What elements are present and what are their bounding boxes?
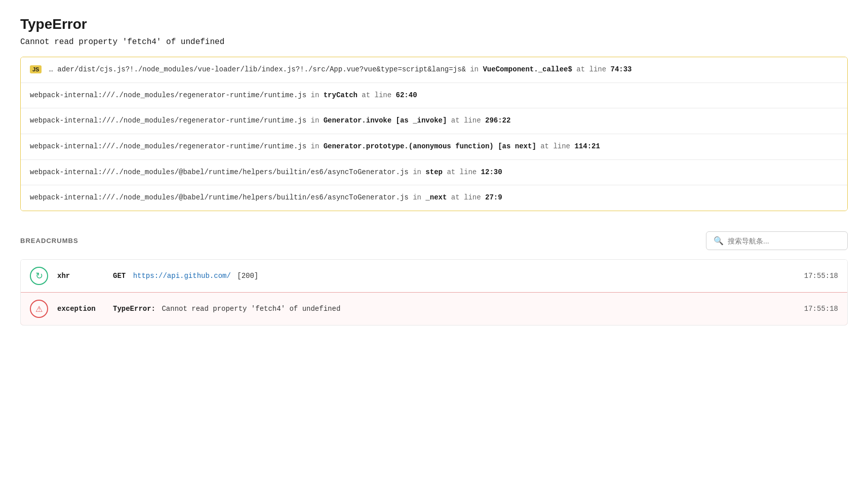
breadcrumb-url[interactable]: https://api.github.com/	[133, 272, 231, 280]
breadcrumbs-list: xhr GET https://api.github.com/ [200] 17…	[20, 259, 848, 326]
error-message: Cannot read property 'fetch4' of undefin…	[20, 37, 848, 47]
stack-frame-text: webpack-internal:///./node_modules/regen…	[30, 115, 838, 127]
stack-frame[interactable]: webpack-internal:///./node_modules/regen…	[21, 108, 847, 134]
xhr-refresh-icon	[30, 267, 48, 285]
stack-frame-text: webpack-internal:///./node_modules/regen…	[30, 90, 838, 101]
stack-frame-text: webpack-internal:///./node_modules/@babe…	[30, 192, 838, 204]
sync-icon	[35, 270, 43, 281]
stack-frame[interactable]: webpack-internal:///./node_modules/@babe…	[21, 160, 847, 186]
stack-frame[interactable]: webpack-internal:///./node_modules/regen…	[21, 83, 847, 109]
js-badge: JS	[30, 65, 42, 73]
stack-trace: JS … ader/dist/cjs.js?!./node_modules/vu…	[20, 57, 848, 211]
breadcrumb-detail: TypeError: Cannot read property 'fetch4'…	[113, 305, 804, 313]
exception-warning-icon	[30, 300, 48, 318]
breadcrumbs-search-box[interactable]: 🔍	[706, 231, 848, 250]
breadcrumbs-header: BREADCRUMBS 🔍	[20, 231, 848, 250]
stack-frame[interactable]: webpack-internal:///./node_modules/@babe…	[21, 185, 847, 211]
breadcrumbs-search-input[interactable]	[728, 237, 840, 245]
breadcrumb-time: 17:55:18	[804, 305, 838, 313]
stack-frame[interactable]: webpack-internal:///./node_modules/regen…	[21, 134, 847, 160]
breadcrumbs-title: BREADCRUMBS	[20, 237, 78, 245]
breadcrumbs-section: BREADCRUMBS 🔍 xhr GET https://api.github…	[20, 231, 848, 326]
breadcrumb-type: xhr	[57, 272, 113, 280]
breadcrumb-item-error[interactable]: exception TypeError: Cannot read propert…	[20, 292, 848, 326]
breadcrumb-time: 17:55:18	[804, 272, 838, 280]
search-icon: 🔍	[714, 236, 724, 246]
breadcrumb-detail: GET https://api.github.com/ [200]	[113, 272, 804, 280]
breadcrumb-type: exception	[57, 305, 113, 313]
stack-frame-text: webpack-internal:///./node_modules/@babe…	[30, 167, 838, 178]
error-title: TypeError	[20, 16, 848, 32]
stack-frame[interactable]: JS … ader/dist/cjs.js?!./node_modules/vu…	[21, 57, 847, 83]
breadcrumb-item[interactable]: xhr GET https://api.github.com/ [200] 17…	[21, 260, 847, 293]
stack-frame-text: webpack-internal:///./node_modules/regen…	[30, 141, 838, 152]
stack-frame-text: … ader/dist/cjs.js?!./node_modules/vue-l…	[49, 64, 838, 75]
warning-icon	[35, 304, 43, 314]
